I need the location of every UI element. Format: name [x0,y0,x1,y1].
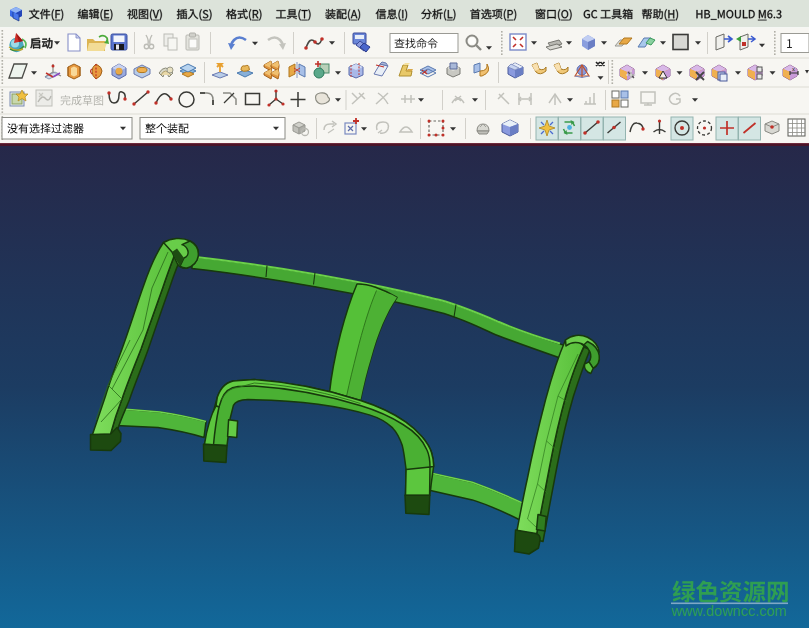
svg-text:x: x [792,66,795,72]
svg-text:www.downcc.com: www.downcc.com [670,603,786,619]
